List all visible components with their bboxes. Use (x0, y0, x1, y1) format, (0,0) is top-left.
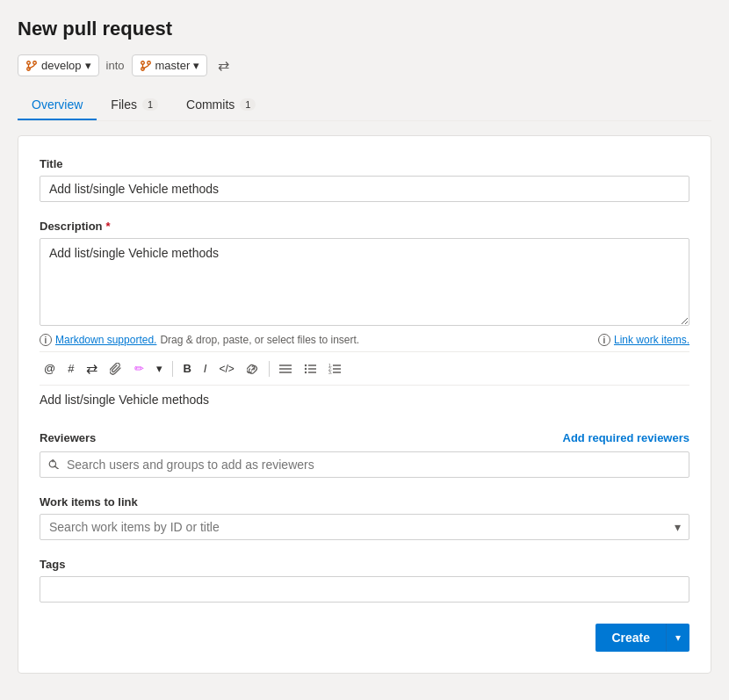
editor-toolbar: @ # ⇄ ✏ ▾ B I </> (40, 351, 689, 386)
reviewers-field-group: Reviewers Add required reviewers (40, 431, 689, 478)
create-dropdown-btn[interactable]: ▾ (666, 624, 689, 652)
toolbar-unordered-list[interactable] (300, 360, 321, 378)
reviewers-input[interactable] (40, 451, 689, 478)
toolbar-align[interactable] (275, 360, 296, 378)
svg-point-11 (305, 367, 307, 369)
description-field-group: Description * Add list/single Vehicle me… (40, 220, 689, 414)
markdown-link[interactable]: Markdown supported. (55, 334, 156, 346)
source-branch-btn[interactable]: develop ▾ (18, 54, 99, 76)
svg-point-13 (305, 371, 307, 372)
link-work-items-link[interactable]: Link work items. (614, 334, 689, 346)
link-info-icon: i (598, 334, 610, 346)
title-input[interactable] (40, 176, 689, 202)
description-label: Description * (40, 220, 689, 233)
svg-point-3 (141, 61, 144, 64)
tags-input[interactable] (40, 576, 689, 603)
description-textarea[interactable]: Add list/single Vehicle methods (40, 238, 689, 326)
reviewers-header: Reviewers Add required reviewers (40, 431, 689, 444)
title-field-group: Title (40, 157, 689, 202)
info-icon: i (40, 334, 52, 346)
toolbar-italic[interactable]: I (199, 359, 212, 378)
tab-commits[interactable]: Commits 1 (172, 90, 270, 120)
toolbar-attach[interactable] (105, 360, 126, 378)
required-star: * (106, 220, 111, 233)
svg-point-0 (27, 61, 31, 64)
target-branch-btn[interactable]: master ▾ (132, 54, 208, 76)
toolbar-link-code[interactable]: ⇄ (82, 357, 102, 379)
svg-point-2 (33, 61, 37, 64)
source-branch-label: develop (41, 59, 82, 72)
create-btn-group: Create ▾ (595, 624, 689, 652)
tags-field-group: Tags (40, 558, 689, 603)
source-branch-chevron: ▾ (85, 59, 91, 72)
svg-text:3.: 3. (328, 370, 332, 375)
branch-bar: develop ▾ into master ▾ ⇄ (18, 54, 711, 76)
into-label: into (106, 59, 125, 72)
work-items-field-group: Work items to link ▾ (40, 495, 689, 540)
files-badge: 1 (142, 98, 158, 111)
svg-point-9 (305, 364, 307, 365)
toolbar-highlight[interactable]: ✏ (130, 359, 148, 378)
main-card: Title Description * Add list/single Vehi… (18, 135, 711, 674)
toolbar-sep-1 (172, 361, 173, 377)
tabs-bar: Overview Files 1 Commits 1 (18, 90, 711, 121)
create-button[interactable]: Create (595, 624, 666, 652)
toolbar-highlight-chevron[interactable]: ▾ (152, 359, 167, 378)
branch-icon-target (140, 60, 152, 72)
markdown-left: i Markdown supported. Drag & drop, paste… (40, 334, 359, 346)
toolbar-mention[interactable]: @ (40, 359, 60, 378)
toolbar-header[interactable]: # (63, 359, 78, 378)
toolbar-code[interactable]: </> (214, 360, 238, 378)
tab-files[interactable]: Files 1 (97, 90, 172, 120)
swap-branches-btn[interactable]: ⇄ (214, 55, 233, 76)
toolbar-hyperlink[interactable] (242, 360, 263, 378)
reviewers-search-wrap (40, 451, 689, 478)
target-branch-label: master (155, 59, 191, 72)
title-label: Title (40, 157, 689, 170)
add-required-reviewers-link[interactable]: Add required reviewers (563, 431, 690, 444)
branch-icon-source (25, 60, 38, 72)
page-title: New pull request (18, 18, 711, 40)
create-area: Create ▾ (40, 624, 689, 652)
work-items-input[interactable] (40, 514, 689, 540)
reviewers-label: Reviewers (40, 431, 96, 444)
markdown-right: i Link work items. (598, 334, 689, 346)
work-items-dropdown-wrap: ▾ (40, 514, 689, 540)
commits-badge: 1 (240, 98, 256, 111)
markdown-bar: i Markdown supported. Drag & drop, paste… (40, 334, 689, 346)
svg-line-22 (54, 466, 58, 469)
target-branch-chevron: ▾ (193, 59, 199, 72)
toolbar-sep-2 (269, 361, 270, 377)
svg-point-5 (147, 61, 150, 64)
tab-overview[interactable]: Overview (18, 90, 97, 120)
description-preview: Add list/single Vehicle methods (40, 386, 689, 414)
reviewer-search-icon (48, 458, 60, 472)
toolbar-bold[interactable]: B (178, 359, 195, 378)
toolbar-ordered-list[interactable]: 1.2.3. (324, 360, 345, 378)
work-items-label: Work items to link (40, 495, 689, 509)
tags-label: Tags (40, 558, 689, 571)
